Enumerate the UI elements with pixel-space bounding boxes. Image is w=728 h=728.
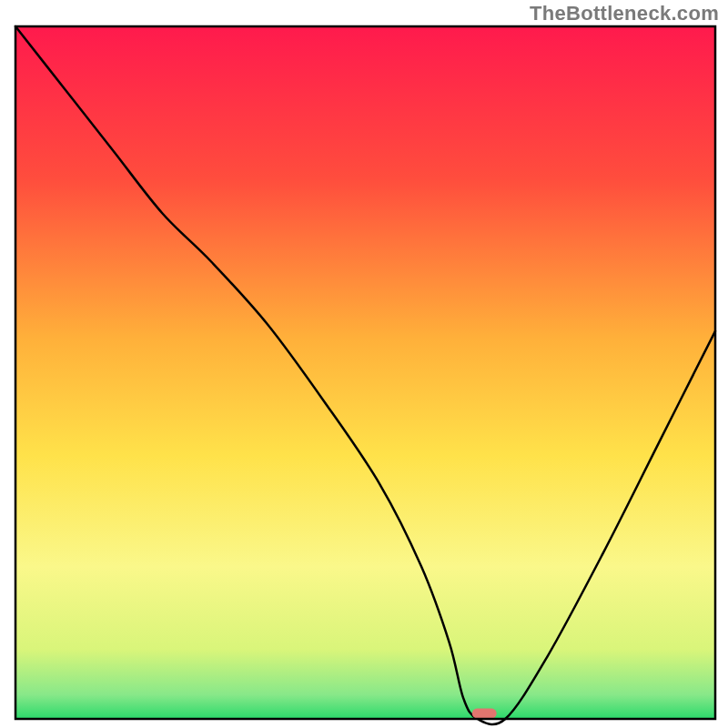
chart-canvas: TheBottleneck.com — [0, 0, 728, 728]
optimum-marker — [472, 709, 497, 719]
plot-background — [15, 26, 715, 719]
watermark-text: TheBottleneck.com — [530, 2, 719, 25]
plot-svg — [0, 0, 728, 728]
